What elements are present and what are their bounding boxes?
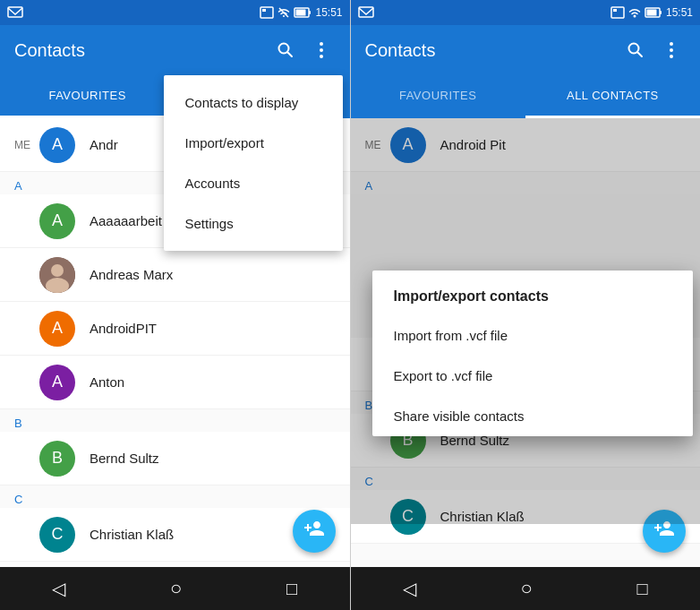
svg-point-24 xyxy=(670,42,673,46)
right-contact-list: ME A Android Pit A A Anton B B Bernd Sul… xyxy=(351,118,701,567)
left-app-title: Contacts xyxy=(14,40,85,61)
svg-line-8 xyxy=(287,53,292,57)
import-export-dialog: Import/export contacts Import from .vcf … xyxy=(372,271,694,436)
contact-name-anton-left: Anton xyxy=(90,374,124,390)
right-app-actions xyxy=(621,36,686,64)
section-b-left: B xyxy=(0,409,350,432)
svg-point-10 xyxy=(320,48,323,52)
right-tabs-bar: FAVOURITES ALL CONTACTS xyxy=(351,75,701,118)
home-button-left[interactable]: ○ xyxy=(170,577,182,600)
contact-name-bernd-left: Bernd Sultz xyxy=(90,451,159,466)
svg-point-26 xyxy=(670,55,673,58)
dropdown-menu: Contacts to display Import/export Accoun… xyxy=(164,75,343,251)
avatar-aaaaaarbeit: A xyxy=(39,203,75,239)
svg-rect-20 xyxy=(660,11,662,14)
svg-point-9 xyxy=(320,42,323,46)
left-status-bar: 15:51 xyxy=(0,0,350,25)
contact-name-androidpit: AndroidPIT xyxy=(90,321,157,336)
svg-point-18 xyxy=(633,15,636,18)
right-search-button[interactable] xyxy=(621,36,650,64)
me-label: ME xyxy=(14,139,39,151)
section-c-left: C xyxy=(0,485,350,508)
status-left-icons xyxy=(7,6,23,19)
svg-rect-1 xyxy=(260,7,273,18)
avatar-christian-left: C xyxy=(39,517,75,553)
svg-rect-17 xyxy=(613,9,617,12)
left-app-bar: Contacts xyxy=(0,25,350,75)
svg-rect-2 xyxy=(262,9,266,12)
fab-add-contact-left[interactable] xyxy=(293,510,336,553)
avatar-bernd-left: B xyxy=(39,441,75,477)
dropdown-import-export[interactable]: Import/export xyxy=(164,123,343,163)
left-app-actions xyxy=(271,36,336,64)
svg-rect-21 xyxy=(646,10,656,16)
svg-rect-16 xyxy=(611,7,624,18)
left-panel: 15:51 Contacts FAVOURITES ALL CONTACTS M… xyxy=(0,0,350,610)
contact-row-bernd-left[interactable]: B Bernd Sultz xyxy=(0,432,350,485)
recent-button-left[interactable]: □ xyxy=(286,579,297,599)
dialog-title: Import/export contacts xyxy=(372,271,694,315)
svg-point-11 xyxy=(320,55,323,58)
avatar-me: A xyxy=(39,127,75,163)
right-status-bar: 15:51 xyxy=(351,0,701,25)
contact-name-andreas-marx: Andreas Marx xyxy=(90,267,173,282)
home-button-right[interactable]: ○ xyxy=(521,577,533,600)
battery-icon xyxy=(294,6,312,19)
right-app-title: Contacts xyxy=(365,40,436,61)
right-app-bar: Contacts xyxy=(351,25,701,75)
right-more-options-button[interactable] xyxy=(657,36,686,64)
search-button[interactable] xyxy=(271,36,300,64)
sim-icon xyxy=(260,6,274,19)
time-display: 15:51 xyxy=(315,6,342,19)
right-nav-bar: ◁ ○ □ xyxy=(351,567,701,610)
back-button-left[interactable]: ◁ xyxy=(52,578,65,599)
right-status-left xyxy=(358,6,374,19)
back-button-right[interactable]: ◁ xyxy=(403,578,416,599)
avatar-anton-left: A xyxy=(39,365,75,400)
notification-icon xyxy=(7,6,23,19)
contact-row-anton-left[interactable]: A Anton xyxy=(0,356,350,409)
status-right-icons: 15:51 xyxy=(260,6,342,19)
svg-rect-0 xyxy=(8,7,22,17)
right-battery-icon xyxy=(645,6,662,19)
svg-rect-5 xyxy=(309,11,311,14)
svg-point-25 xyxy=(670,48,673,52)
right-wifi-icon xyxy=(628,6,641,19)
right-sim-icon xyxy=(610,6,625,19)
recent-button-right[interactable]: □ xyxy=(637,579,648,599)
svg-rect-15 xyxy=(359,7,373,17)
contact-row-andreas-marx[interactable]: Andreas Marx xyxy=(0,248,350,302)
dialog-export-vcf[interactable]: Export to .vcf file xyxy=(372,356,694,396)
dropdown-contacts-to-display[interactable]: Contacts to display xyxy=(164,82,343,123)
dialog-share-contacts[interactable]: Share visible contacts xyxy=(372,396,694,436)
left-tab-favourites[interactable]: FAVOURITES xyxy=(0,75,175,118)
right-notification-icon xyxy=(358,6,374,19)
contact-name-christian-left: Christian Klaß xyxy=(90,527,174,542)
avatar-andreas-marx xyxy=(39,257,75,293)
contact-name-aaaaaarbeit: Aaaaaarbeit xyxy=(90,213,162,228)
svg-point-13 xyxy=(51,264,64,277)
right-panel: 15:51 Contacts FAVOURITES ALL CONTACTS M… xyxy=(351,0,701,610)
dialog-import-vcf[interactable]: Import from .vcf file xyxy=(372,315,694,356)
right-time-display: 15:51 xyxy=(666,6,693,19)
avatar-androidpit: A xyxy=(39,311,75,347)
dropdown-accounts[interactable]: Accounts xyxy=(164,163,343,203)
right-tab-all-contacts[interactable]: ALL CONTACTS xyxy=(525,75,700,118)
dropdown-settings[interactable]: Settings xyxy=(164,203,343,244)
svg-rect-6 xyxy=(296,10,306,16)
right-tab-favourites[interactable]: FAVOURITES xyxy=(351,75,525,118)
svg-line-23 xyxy=(638,53,643,57)
contact-row-androidpit[interactable]: A AndroidPIT xyxy=(0,302,350,356)
add-person-icon xyxy=(303,518,325,545)
contact-name-me: Andr xyxy=(90,137,118,152)
wifi-icon xyxy=(277,6,290,19)
right-status-right: 15:51 xyxy=(610,6,693,19)
more-options-button[interactable] xyxy=(307,36,336,64)
left-nav-bar: ◁ ○ □ xyxy=(0,567,350,610)
